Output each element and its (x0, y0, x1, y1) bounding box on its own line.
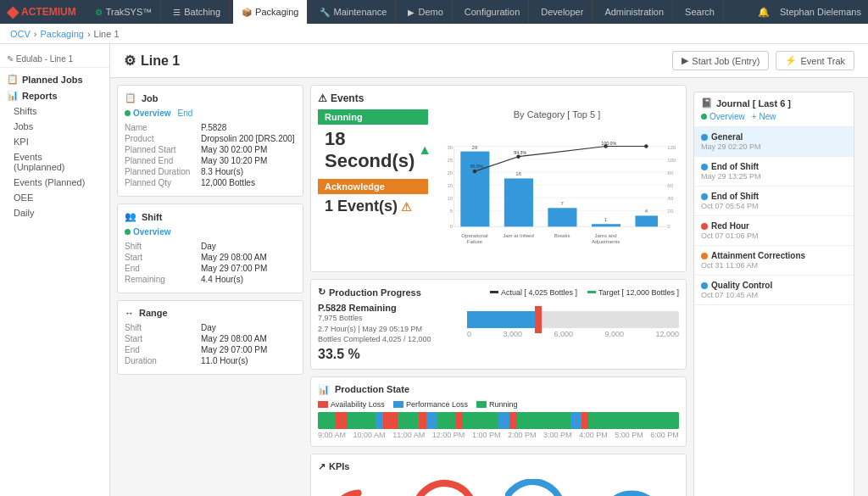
state-seg-16 (581, 412, 589, 429)
legend-actual: Actual [ 4,025 Bottles ] (490, 288, 577, 297)
state-seg-11 (462, 412, 498, 429)
journal-item-4[interactable]: Attainment Corrections Oct 31 11:06 AM (694, 246, 854, 276)
svg-text:Failure: Failure (467, 239, 483, 244)
progress-left: P.5828 Remaining 7,975 Bottles 2.7 Hour(… (318, 303, 453, 362)
job-tab-overview[interactable]: Overview (125, 109, 170, 118)
legend-performance: Performance Loss (393, 400, 468, 409)
svg-text:10: 10 (447, 196, 453, 201)
journal-dot-1 (701, 164, 708, 170)
user-name: Stephan Dielemans (780, 7, 861, 17)
svg-text:Jams and: Jams and (594, 233, 616, 238)
nav-tab-configuration[interactable]: Configuration (456, 0, 529, 24)
journal-tabs: Overview + New (701, 112, 847, 121)
event-trak-icon: ⚡ (785, 55, 797, 66)
bar-breaks[interactable] (548, 208, 576, 226)
progress-info: P.5828 Remaining 7,975 Bottles 2.7 Hour(… (318, 303, 679, 362)
state-seg-12 (498, 412, 509, 429)
bar-operational-failure[interactable] (460, 152, 489, 227)
events-header: ⚠ Events (318, 92, 679, 104)
range-panel-title: ↔ Range (125, 308, 296, 318)
svg-text:25: 25 (447, 158, 453, 163)
progress-percentage: 33.5 % (318, 347, 453, 362)
legend-availability: Availability Loss (318, 400, 385, 409)
start-job-icon: ▶ (682, 55, 688, 66)
svg-text:0: 0 (450, 224, 453, 229)
nav-tab-packaging[interactable]: 📦 Packaging (233, 0, 308, 24)
job-tab-end[interactable]: End (177, 109, 192, 118)
state-seg-17 (588, 412, 606, 429)
journal-items-list: General May 29 02:20 PM End of Shift May… (694, 127, 854, 305)
job-planned-qty-row: Planned Qty 12,000 Bottles (125, 178, 296, 187)
panels-row: 📋 Job Overview End Name (110, 78, 868, 496)
production-state-panel: 📊 Production State Availability Loss Per… (310, 376, 687, 447)
journal-item-2[interactable]: End of Shift Oct 07 05:54 PM (694, 187, 854, 216)
nav-tab-demo[interactable]: ▶ Demo (399, 0, 452, 24)
journal-tab-overview[interactable]: Overview (701, 112, 745, 121)
sidebar-item-events-planned[interactable]: Events (Planned) (0, 175, 109, 190)
main-content: ⚙ Line 1 ▶ Start Job (Entry) ⚡ Event Tra… (110, 44, 868, 496)
state-seg-19 (643, 412, 679, 429)
shift-tab-overview[interactable]: Overview (125, 227, 170, 237)
journal-item-3[interactable]: Red Hour Oct 07 01:06 PM (694, 216, 854, 246)
start-job-button[interactable]: ▶ Start Job (Entry) (672, 51, 769, 70)
bar-5[interactable] (635, 215, 658, 226)
sidebar-item-jobs[interactable]: Jobs (0, 119, 109, 134)
running-arrow-icon: ▲ (418, 142, 431, 158)
sidebar-item-shifts[interactable]: Shifts (0, 103, 109, 119)
nav-tab-traksys[interactable]: ⚙ TrakSYS™ (86, 0, 162, 24)
progress-bottles: 7,975 Bottles (318, 313, 453, 324)
job-planned-duration-row: Planned Duration 8.3 Hour(s) (125, 167, 296, 176)
svg-text:84.3%: 84.3% (514, 150, 526, 155)
nav-tab-administration[interactable]: Administration (596, 0, 673, 24)
sidebar-item-events-unplanned[interactable]: Events (Unplanned) (0, 149, 109, 175)
svg-text:18: 18 (515, 171, 521, 176)
progress-bar-marker (535, 306, 542, 333)
journal-item-0[interactable]: General May 29 02:20 PM (694, 127, 854, 157)
shift-panel-title: 👥 Shift (125, 211, 296, 222)
running-value: 18 Second(s) ▲ (318, 125, 428, 176)
shift-panel-tabs: Overview (125, 227, 296, 237)
nav-tab-developer[interactable]: Developer (532, 0, 593, 24)
events-row: Running 18 Second(s) ▲ Acknowledge 1 Eve… (318, 109, 679, 265)
journal-item-1[interactable]: End of Shift May 29 13:25 PM (694, 157, 854, 187)
nav-tab-batching[interactable]: ☰ Batching (164, 0, 230, 24)
svg-text:Jam at Infeed: Jam at Infeed (503, 233, 534, 238)
svg-text:5: 5 (450, 209, 453, 214)
nav-tab-search[interactable]: Search (676, 0, 724, 24)
svg-text:100: 100 (667, 158, 676, 163)
state-legend: Availability Loss Performance Loss Runni… (318, 400, 679, 409)
ack-value: 1 Event(s) ⚠ (318, 194, 428, 219)
kpis-title: ↗ KPIs (318, 461, 679, 472)
sidebar-item-kpi[interactable]: KPI (0, 134, 109, 149)
bar-jam-at-infeed[interactable] (504, 178, 533, 226)
sidebar-item-oee[interactable]: OEE (0, 190, 109, 205)
state-seg-2 (336, 412, 347, 429)
shift-end-row: End May 29 07:00 PM (125, 264, 296, 273)
job-product-row: Product Dropsolin 200 [DRS.200] (125, 134, 296, 143)
kpi-oee-gauge: 39.7 0 100 OEE % (318, 479, 409, 496)
job-planned-end-row: Planned End May 30 10:20 PM (125, 156, 296, 165)
state-seg-3 (347, 412, 376, 429)
sidebar: ✎ Edulab - Line 1 📋 Planned Jobs 📊 Repor… (0, 44, 110, 496)
breadcrumb-ocv[interactable]: OCV (10, 29, 31, 39)
sidebar-item-daily[interactable]: Daily (0, 205, 109, 220)
logo: ◆ ACTEMIUM (7, 3, 76, 21)
nav-right: 🔔 Stephan Dielemans (758, 7, 861, 18)
svg-text:7: 7 (560, 201, 564, 206)
breadcrumb-packaging[interactable]: Packaging (41, 29, 84, 39)
notification-bell-icon[interactable]: 🔔 (758, 7, 770, 18)
journal-item-5[interactable]: Quality Control Oct 07 10:45 AM (694, 276, 854, 305)
range-duration-row: Duration 11.0 Hour(s) (125, 356, 296, 365)
event-trak-button[interactable]: ⚡ Event Trak (776, 51, 854, 70)
svg-text:Breaks: Breaks (554, 233, 570, 238)
journal-tab-new[interactable]: + New (752, 112, 776, 121)
main-layout: ✎ Edulab - Line 1 📋 Planned Jobs 📊 Repor… (0, 44, 868, 496)
nav-tab-maintenance[interactable]: 🔧 Maintenance (311, 0, 396, 24)
state-seg-9 (437, 412, 455, 429)
state-seg-15 (570, 412, 581, 429)
svg-text:1: 1 (604, 217, 608, 222)
production-state-title: 📊 Production State (318, 384, 679, 395)
state-seg-14 (516, 412, 570, 429)
quality-gauge-svg: 93.1 0 100 (596, 479, 672, 496)
bar-jams-adjustments[interactable] (592, 224, 620, 226)
